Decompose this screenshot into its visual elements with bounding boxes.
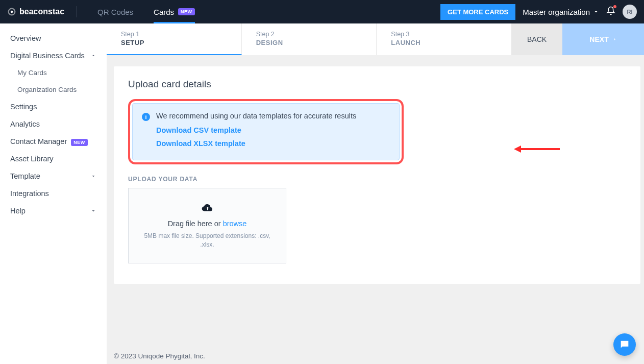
download-csv-link[interactable]: Download CSV template xyxy=(156,126,390,134)
logo-text: beaconstac xyxy=(19,7,64,16)
info-icon: i xyxy=(142,113,150,121)
upload-dropzone[interactable]: Drag file here or browse 5MB max file si… xyxy=(128,188,286,263)
chevron-up-icon xyxy=(90,53,96,59)
sidebar-item-integrations[interactable]: Integrations xyxy=(0,185,107,202)
sidebar-item-org-cards[interactable]: Organization Cards xyxy=(0,81,107,98)
get-more-cards-button[interactable]: GET MORE CARDS xyxy=(440,4,515,20)
nav-tabs: QR Codes Cards NEW xyxy=(87,0,205,23)
logo-icon xyxy=(7,7,16,16)
tab-qr-codes[interactable]: QR Codes xyxy=(87,0,143,23)
step-launch[interactable]: Step 3 LAUNCH xyxy=(377,23,511,55)
dropzone-hint: 5MB max file size. Supported extensions:… xyxy=(139,232,276,249)
sidebar-item-help[interactable]: Help xyxy=(0,202,107,220)
sidebar-item-overview[interactable]: Overview xyxy=(0,30,107,47)
info-text: We recommend using our data templates fo… xyxy=(156,112,356,120)
main: Step 1 SETUP Step 2 DESIGN Step 3 LAUNCH… xyxy=(107,23,644,364)
info-box: i We recommend using our data templates … xyxy=(132,103,400,160)
sidebar-item-my-cards[interactable]: My Cards xyxy=(0,64,107,81)
chevron-down-icon xyxy=(90,173,96,179)
sidebar: Overview Digital Business Cards My Cards… xyxy=(0,23,107,364)
sidebar-item-template[interactable]: Template xyxy=(0,167,107,185)
logo[interactable]: beaconstac xyxy=(7,7,64,16)
page-title: Upload card details xyxy=(128,79,626,90)
sidebar-item-analytics[interactable]: Analytics xyxy=(0,115,107,133)
cloud-upload-icon xyxy=(200,202,214,213)
divider xyxy=(77,6,77,17)
chat-button[interactable] xyxy=(613,333,636,356)
sidebar-item-contact-mgr[interactable]: Contact Manager NEW xyxy=(0,133,107,150)
tab-cards[interactable]: Cards NEW xyxy=(143,0,205,23)
top-nav: beaconstac QR Codes Cards NEW GET MORE C… xyxy=(0,0,644,23)
next-button[interactable]: NEXT xyxy=(562,23,644,55)
upload-label: UPLOAD YOUR DATA xyxy=(128,176,626,183)
chat-icon xyxy=(619,339,630,350)
content-panel: Upload card details i We recommend using… xyxy=(114,66,640,284)
dropzone-text: Drag file here or browse xyxy=(168,220,247,228)
header-right: GET MORE CARDS Master organization RI xyxy=(440,4,644,20)
sidebar-item-dbc[interactable]: Digital Business Cards xyxy=(0,47,107,64)
chevron-down-icon xyxy=(593,9,599,15)
svg-point-0 xyxy=(11,11,13,13)
avatar[interactable]: RI xyxy=(623,5,637,19)
step-design[interactable]: Step 2 DESIGN xyxy=(242,23,377,55)
org-dropdown[interactable]: Master organization xyxy=(523,8,599,16)
back-button[interactable]: BACK xyxy=(511,23,562,55)
notif-dot xyxy=(613,5,616,8)
download-xlsx-link[interactable]: Download XLSX template xyxy=(156,139,390,148)
stepper: Step 1 SETUP Step 2 DESIGN Step 3 LAUNCH… xyxy=(107,23,644,55)
new-badge: NEW xyxy=(71,139,88,146)
sidebar-item-asset-lib[interactable]: Asset Library xyxy=(0,150,107,167)
sidebar-item-settings[interactable]: Settings xyxy=(0,98,107,115)
new-badge: NEW xyxy=(178,8,195,15)
chevron-right-icon xyxy=(613,36,617,42)
footer-text: © 2023 Uniqode Phygital, Inc. xyxy=(114,352,205,360)
notifications-button[interactable] xyxy=(606,6,615,17)
info-highlight: i We recommend using our data templates … xyxy=(128,99,404,164)
chevron-down-icon xyxy=(90,208,96,214)
step-setup[interactable]: Step 1 SETUP xyxy=(107,23,242,55)
browse-link[interactable]: browse xyxy=(223,220,247,228)
